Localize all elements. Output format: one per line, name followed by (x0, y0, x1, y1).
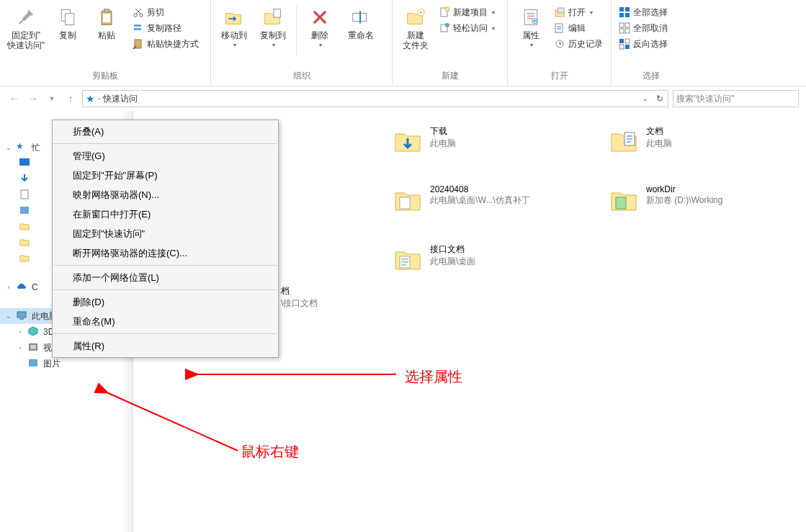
new-item-label: 新建项目 (453, 6, 488, 19)
tree-item-truncated[interactable] (0, 371, 133, 387)
edit-button[interactable]: 编辑 (551, 20, 606, 36)
easy-access-label: 轻松访问 (453, 22, 488, 35)
svg-rect-23 (555, 24, 563, 32)
move-to-button[interactable]: 移动到 ▾ (215, 3, 253, 60)
context-menu-item[interactable]: 重命名(M) (53, 312, 278, 331)
delete-label: 删除 (311, 30, 328, 40)
recent-locations-button[interactable]: ▼ (45, 91, 59, 106)
back-button[interactable]: ← (7, 91, 22, 106)
context-menu-item[interactable]: 管理(G) (53, 146, 278, 166)
list-item[interactable]: 20240408此电脑\桌面\W...\仿真补丁 (393, 184, 565, 215)
context-menu-item[interactable]: 添加一个网络位置(L) (53, 268, 278, 287)
move-to-icon (223, 6, 246, 29)
list-item[interactable]: workDir新加卷 (D:)\Working (609, 184, 782, 215)
svg-rect-37 (19, 158, 30, 166)
svg-rect-29 (619, 23, 624, 27)
chevron-down-icon: ▾ (492, 25, 495, 32)
properties-button[interactable]: 属性 ▾ (512, 3, 550, 60)
list-item[interactable]: 接口文档此电脑\桌面 (393, 243, 565, 274)
context-menu-item[interactable]: 在新窗口中打开(E) (53, 204, 278, 224)
open-button[interactable]: 打开 ▾ (551, 4, 606, 20)
item-path: 此电脑\桌面\W...\仿真补丁 (430, 194, 530, 207)
svg-rect-25 (619, 7, 624, 12)
search-input[interactable]: 搜索"快速访问" (673, 90, 799, 107)
desktop-icon (19, 157, 32, 170)
copy-icon (56, 6, 79, 29)
context-menu-item[interactable]: 固定到"快速访问" (53, 224, 278, 243)
select-all-button[interactable]: 全部选择 (616, 4, 671, 20)
properties-icon (519, 6, 542, 29)
address-input[interactable]: ★ › 快速访问 ⌄ ↻ (82, 90, 668, 107)
folder-icon (19, 236, 32, 249)
expand-icon[interactable]: › (16, 328, 24, 335)
cut-button[interactable]: 剪切 (130, 4, 202, 20)
expand-icon[interactable]: ⌄ (4, 144, 13, 151)
expand-icon[interactable]: › (16, 344, 24, 351)
easy-access-button[interactable]: 轻松访问 ▾ (436, 20, 498, 36)
list-item[interactable]: 文档此电脑 (609, 125, 782, 155)
select-none-icon (619, 22, 630, 34)
new-item-button[interactable]: 新建项目 ▾ (436, 4, 498, 20)
expand-icon[interactable]: ⌄ (4, 312, 13, 320)
history-label: 历史记录 (568, 38, 603, 50)
svg-rect-39 (20, 207, 29, 214)
copy-path-button[interactable]: 复制路径 (130, 20, 202, 36)
new-folder-button[interactable]: ✦ 新建 文件夹 (397, 3, 434, 60)
ribbon-group-open: 属性 ▾ 打开 ▾ 编辑 历史记录 (508, 0, 612, 85)
context-menu-item[interactable]: 属性(R) (53, 336, 278, 356)
history-button[interactable]: 历史记录 (551, 36, 606, 52)
svg-rect-33 (619, 39, 624, 43)
rename-label: 重命名 (348, 30, 374, 40)
item-path: 此电脑\桌面 (430, 256, 475, 268)
address-text: 快速访问 (103, 93, 138, 105)
cloud-icon (16, 281, 29, 294)
svg-rect-30 (625, 23, 630, 27)
list-item[interactable]: 下载此电脑 (393, 125, 565, 155)
new-folder-label: 新建 文件夹 (403, 30, 429, 51)
paste-shortcut-button[interactable]: 粘贴快捷方式 (130, 36, 202, 52)
select-none-button[interactable]: 全部取消 (616, 20, 671, 36)
pin-to-quickaccess-button[interactable]: 固定到" 快速访问" (4, 3, 48, 60)
open-label: 打开 (568, 6, 586, 19)
context-menu-item[interactable]: 断开网络驱动器的连接(C)... (53, 243, 278, 263)
context-menu-separator (53, 333, 277, 334)
context-menu-item[interactable]: 映射网络驱动器(N)... (53, 185, 278, 204)
svg-rect-7 (134, 24, 141, 27)
select-all-label: 全部选择 (633, 6, 668, 19)
folder-icon (393, 184, 423, 215)
expand-icon[interactable]: › (4, 284, 13, 291)
svg-rect-27 (619, 13, 624, 17)
svg-rect-36 (625, 45, 630, 49)
svg-rect-26 (625, 7, 630, 12)
address-dropdown-button[interactable]: ⌄ (639, 92, 652, 105)
item-path: 此电脑 (646, 137, 672, 150)
rename-button[interactable]: 重命名 (340, 3, 382, 60)
chevron-down-icon: ▾ (272, 42, 275, 48)
delete-button[interactable]: 删除 ▾ (301, 3, 339, 60)
svg-point-6 (140, 14, 143, 17)
edit-label: 编辑 (568, 22, 586, 35)
context-menu-item[interactable]: 删除(D) (53, 292, 278, 312)
refresh-button[interactable]: ↻ (653, 92, 666, 105)
up-button[interactable]: ↑ (63, 91, 78, 106)
copy-to-button[interactable]: 复制到 ▾ (254, 3, 292, 60)
group-title-open: 打开 (512, 70, 606, 85)
copy-button[interactable]: 复制 (49, 3, 86, 60)
tree-pictures[interactable]: 图片 (0, 356, 133, 371)
cut-label: 剪切 (147, 6, 164, 19)
chevron-down-icon: ▾ (319, 42, 322, 48)
invert-selection-button[interactable]: 反向选择 (616, 36, 671, 52)
context-menu-separator (53, 143, 277, 144)
cut-icon (133, 6, 144, 18)
context-menu-item[interactable]: 折叠(A) (53, 122, 278, 141)
paste-button[interactable]: 粘贴 (88, 3, 125, 60)
svg-point-5 (134, 14, 137, 17)
context-menu-item[interactable]: 固定到"开始"屏幕(P) (53, 166, 278, 185)
download-icon (19, 173, 32, 186)
address-bar: ← → ▼ ↑ ★ › 快速访问 ⌄ ↻ 搜索"快速访问" (0, 86, 806, 111)
group-title-organize: 组织 (215, 70, 388, 85)
invert-selection-label: 反向选择 (633, 38, 668, 50)
svg-rect-38 (21, 190, 28, 199)
svg-point-18 (445, 23, 449, 27)
forward-button[interactable]: → (26, 91, 40, 106)
